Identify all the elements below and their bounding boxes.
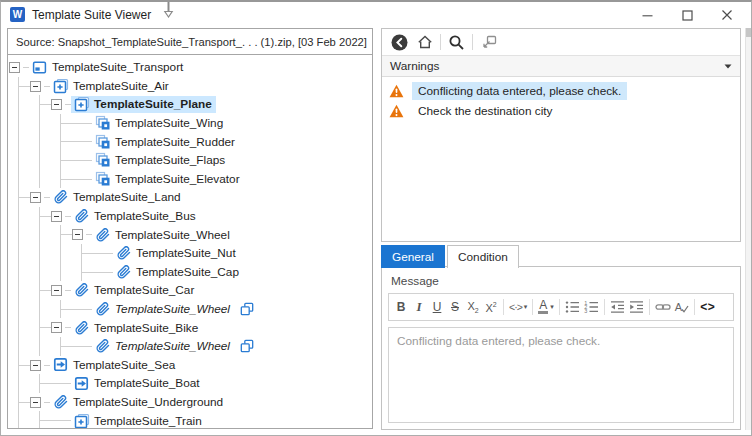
tab-general[interactable]: General xyxy=(381,245,445,268)
tree-expander[interactable] xyxy=(30,81,41,92)
tree-expander[interactable] xyxy=(51,285,62,296)
tree-item-label: TemplateSuite_Flaps xyxy=(115,153,225,167)
warnings-dropdown-arrow[interactable] xyxy=(724,64,732,69)
maximize-button[interactable] xyxy=(667,2,707,28)
tree-item-TemplateSuite_Bike[interactable]: TemplateSuite_Bike xyxy=(8,318,372,337)
tree-item-TemplateSuite_Wheel[interactable]: TemplateSuite_Wheel xyxy=(8,300,372,319)
numbered-list[interactable]: 123 xyxy=(582,296,601,318)
subscript-button[interactable]: X2 xyxy=(464,296,482,318)
tree-item-TemplateSuite_Car[interactable]: TemplateSuite_Car xyxy=(8,281,372,300)
paperclip-icon xyxy=(115,264,132,280)
tree-expander[interactable] xyxy=(30,192,41,203)
tree-item-TemplateSuite_Cap[interactable]: TemplateSuite_Cap xyxy=(8,263,372,282)
close-button[interactable] xyxy=(707,2,747,28)
tree-expander[interactable] xyxy=(72,229,83,240)
underline-button[interactable]: U xyxy=(428,296,446,318)
italic-button[interactable]: I xyxy=(410,296,428,318)
tree-expander[interactable] xyxy=(51,99,62,110)
scrollbar[interactable] xyxy=(745,28,752,430)
stack-icon xyxy=(94,115,111,131)
tree-item-TemplateSuite_Rudder[interactable]: TemplateSuite_Rudder xyxy=(8,132,372,151)
copy-icon xyxy=(240,339,254,353)
tree-item-TemplateSuite_Flaps[interactable]: TemplateSuite_Flaps xyxy=(8,151,372,170)
search-button[interactable] xyxy=(444,31,469,53)
bold-button[interactable]: B xyxy=(392,296,410,318)
tab-condition[interactable]: Condition xyxy=(447,245,519,268)
message-input[interactable]: Conflicting data entered, please check. xyxy=(388,327,734,423)
svg-text:3: 3 xyxy=(584,308,587,314)
left-panel: Source: Snapshot_TemplateSuite_Transport… xyxy=(7,28,373,429)
strikethrough-button[interactable]: S xyxy=(446,296,464,318)
stack-icon xyxy=(94,171,111,187)
window-title: Template Suite Viewer xyxy=(32,8,151,22)
bulleted-list[interactable] xyxy=(563,296,582,318)
insert-code-dropdown[interactable]: <·>▾ xyxy=(507,296,529,318)
decrease-indent[interactable] xyxy=(608,296,627,318)
warning-text: Check the destination city xyxy=(412,102,558,120)
tree-item-label: TemplateSuite_Elevator xyxy=(115,172,240,186)
tree-item-TemplateSuite_Bus[interactable]: TemplateSuite_Bus xyxy=(8,207,372,226)
minimize-button[interactable] xyxy=(627,2,667,28)
toolbar-separator xyxy=(532,299,533,315)
toolbar-separator xyxy=(694,299,695,315)
tree-item-TemplateSuite_Train[interactable]: TemplateSuite_Train xyxy=(8,411,372,429)
tree-item-TemplateSuite_Land[interactable]: TemplateSuite_Land xyxy=(8,188,372,207)
paperclip-icon xyxy=(52,394,69,410)
warning-item[interactable]: Check the destination city xyxy=(382,101,740,121)
spell-check[interactable]: A xyxy=(673,296,691,318)
home-button[interactable] xyxy=(412,31,437,53)
tree-item-TemplateSuite_Underground[interactable]: TemplateSuite_Underground xyxy=(8,393,372,412)
tree-item-label: TemplateSuite_Wheel xyxy=(115,339,230,353)
tree-item-label: TemplateSuite_Boat xyxy=(94,376,200,390)
mouse-cursor-icon xyxy=(162,2,175,22)
warning-text: Conflicting data entered, please check. xyxy=(412,82,627,100)
warning-icon xyxy=(389,104,404,118)
tree-item-TemplateSuite_Wing[interactable]: TemplateSuite_Wing xyxy=(8,114,372,133)
tree-item-label: TemplateSuite_Wheel xyxy=(115,228,230,242)
tree-item-TemplateSuite_Transport[interactable]: TemplateSuite_Transport xyxy=(8,58,372,77)
paperclip-icon xyxy=(73,320,90,336)
arrow-box-icon xyxy=(52,357,69,373)
tree-item-TemplateSuite_Elevator[interactable]: TemplateSuite_Elevator xyxy=(8,170,372,189)
window-controls xyxy=(627,2,747,28)
font-color-dropdown[interactable]: A▾ xyxy=(536,296,556,318)
toolbar-separator xyxy=(559,299,560,315)
warning-item[interactable]: Conflicting data entered, please check. xyxy=(382,81,740,101)
code-view[interactable]: <> xyxy=(698,296,717,318)
float-window-button[interactable] xyxy=(476,31,501,53)
tree-item-TemplateSuite_Boat[interactable]: TemplateSuite_Boat xyxy=(8,374,372,393)
tree-expander[interactable] xyxy=(9,62,20,73)
toolbar-separator xyxy=(604,299,605,315)
stack-icon xyxy=(94,152,111,168)
tree-item-TemplateSuite_Nut[interactable]: TemplateSuite_Nut xyxy=(8,244,372,263)
superscript-button[interactable]: X2 xyxy=(482,296,500,318)
tree-expander[interactable] xyxy=(30,397,41,408)
tree-item-label: TemplateSuite_Transport xyxy=(52,60,183,74)
tree-item-TemplateSuite_Wheel[interactable]: TemplateSuite_Wheel xyxy=(8,225,372,244)
tree-item-TemplateSuite_Air[interactable]: TemplateSuite_Air xyxy=(8,77,372,96)
back-button[interactable] xyxy=(387,31,412,53)
increase-indent[interactable] xyxy=(627,296,646,318)
tree-item-TemplateSuite_Wheel[interactable]: TemplateSuite_Wheel xyxy=(8,337,372,356)
tree-item-label: TemplateSuite_Plane xyxy=(94,97,212,111)
warnings-header-label: Warnings xyxy=(390,59,724,73)
paperclip-icon xyxy=(73,208,90,224)
scrollbar-thumb[interactable] xyxy=(746,28,751,37)
insert-link[interactable] xyxy=(653,296,673,318)
warnings-header: Warnings xyxy=(382,56,740,77)
tree-expander[interactable] xyxy=(30,360,41,371)
tree-item-TemplateSuite_Plane[interactable]: TemplateSuite_Plane xyxy=(8,95,372,114)
tree-expander[interactable] xyxy=(51,211,62,222)
tree-expander[interactable] xyxy=(51,322,62,333)
toolbar-separator xyxy=(440,34,441,50)
warnings-panel: Warnings Conflicting data entered, pleas… xyxy=(381,28,741,242)
warning-icon xyxy=(389,84,404,98)
tree-item-label: TemplateSuite_Air xyxy=(73,79,169,93)
tree-item-label: TemplateSuite_Wing xyxy=(115,116,223,130)
toolbar-separator xyxy=(472,34,473,50)
tree-item-label: TemplateSuite_Bike xyxy=(94,321,198,335)
paperclip-icon xyxy=(94,338,111,354)
source-bar: Source: Snapshot_TemplateSuite_Transport… xyxy=(8,29,372,55)
tree-item-TemplateSuite_Sea[interactable]: TemplateSuite_Sea xyxy=(8,356,372,375)
template-tree: TemplateSuite_TransportTemplateSuite_Air… xyxy=(8,55,372,429)
